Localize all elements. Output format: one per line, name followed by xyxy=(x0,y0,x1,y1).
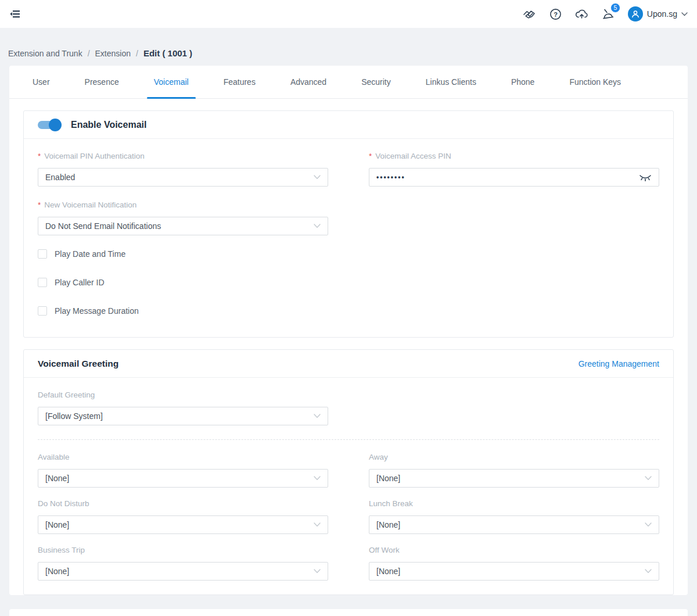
tab-user[interactable]: User xyxy=(33,66,50,98)
required-marker: * xyxy=(369,152,372,160)
play-caller-id-checkbox[interactable] xyxy=(38,278,47,287)
cloud-upload-icon[interactable] xyxy=(575,8,588,20)
away-select[interactable]: [None] xyxy=(369,469,659,488)
play-date-time-row: Play Date and Time xyxy=(38,249,328,259)
chevron-down-icon xyxy=(314,476,321,481)
chevron-down-icon xyxy=(314,414,321,418)
tab-features[interactable]: Features xyxy=(224,66,256,98)
business-trip-greeting-field: Business Trip [None] xyxy=(38,546,328,581)
off-work-greeting-field: Off Work [None] xyxy=(369,546,659,581)
greeting-panel-title: Voicemail Greeting xyxy=(38,359,118,369)
breadcrumb-extension-and-trunk[interactable]: Extension and Trunk xyxy=(8,49,82,58)
play-message-duration-label: Play Message Duration xyxy=(55,306,139,316)
notification-value: Do Not Send Email Notifications xyxy=(45,221,161,231)
enable-voicemail-toggle[interactable] xyxy=(38,121,60,129)
chevron-down-icon xyxy=(314,175,321,180)
edit-extension-card: User Presence Voicemail Features Advance… xyxy=(9,66,688,595)
available-select[interactable]: [None] xyxy=(38,469,328,488)
pin-auth-field: *Voicemail PIN Authentication Enabled xyxy=(38,152,328,187)
off-work-label: Off Work xyxy=(369,546,659,554)
notification-field: *New Voicemail Notification Do Not Send … xyxy=(38,200,328,235)
voicemail-panel-body: *Voicemail PIN Authentication Enabled *N… xyxy=(24,139,673,337)
help-icon[interactable]: ? xyxy=(549,8,562,20)
play-message-duration-row: Play Message Duration xyxy=(38,306,328,316)
lunch-break-label: Lunch Break xyxy=(369,499,659,508)
off-work-select[interactable]: [None] xyxy=(369,562,659,581)
required-marker: * xyxy=(38,200,41,209)
access-pin-input[interactable]: •••••••• xyxy=(369,168,659,187)
default-greeting-label: Default Greeting xyxy=(38,391,328,399)
page-title: Edit ( 1001 ) xyxy=(143,48,192,58)
enable-voicemail-label: Enable Voicemail xyxy=(71,120,146,130)
greeting-management-link[interactable]: Greeting Management xyxy=(579,359,659,368)
chevron-down-icon xyxy=(314,224,321,228)
breadcrumb-extension[interactable]: Extension xyxy=(95,49,131,58)
notification-badge: 5 xyxy=(610,3,620,13)
business-trip-value: [None] xyxy=(45,567,69,576)
play-date-time-label: Play Date and Time xyxy=(55,249,125,259)
chevron-down-icon xyxy=(681,12,688,16)
handshake-icon[interactable] xyxy=(522,8,536,20)
chevron-down-icon xyxy=(645,522,652,527)
available-label: Available xyxy=(38,453,328,461)
top-navbar: ? 5 Upon.sg xyxy=(0,0,697,28)
voicemail-settings-panel: Enable Voicemail *Voicemail PIN Authenti… xyxy=(23,110,674,338)
tab-advanced[interactable]: Advanced xyxy=(290,66,326,98)
pin-auth-select[interactable]: Enabled xyxy=(38,168,328,187)
do-not-disturb-label: Do Not Disturb xyxy=(38,499,328,508)
voicemail-right-column: *Voicemail Access PIN •••••••• xyxy=(369,152,659,335)
play-caller-id-label: Play Caller ID xyxy=(55,278,105,287)
play-date-time-checkbox[interactable] xyxy=(38,249,47,259)
tab-voicemail[interactable]: Voicemail xyxy=(154,66,189,98)
dashed-divider xyxy=(38,439,659,440)
default-greeting-value: [Follow System] xyxy=(45,411,103,421)
tab-linkus-clients[interactable]: Linkus Clients xyxy=(426,66,476,98)
default-greeting-select[interactable]: [Follow System] xyxy=(38,407,328,425)
footer-action-bar: Save Cancel xyxy=(9,609,688,616)
tab-function-keys[interactable]: Function Keys xyxy=(569,66,621,98)
away-label: Away xyxy=(369,453,659,461)
tab-security[interactable]: Security xyxy=(361,66,391,98)
available-greeting-field: Available [None] xyxy=(38,453,328,488)
play-caller-id-row: Play Caller ID xyxy=(38,278,328,287)
notification-select[interactable]: Do Not Send Email Notifications xyxy=(38,217,328,235)
chevron-down-icon xyxy=(314,569,321,574)
greeting-panel-header: Voicemail Greeting Greeting Management xyxy=(24,350,673,378)
lunch-break-select[interactable]: [None] xyxy=(369,515,659,534)
masked-pin-value: •••••••• xyxy=(376,173,405,181)
alert-bell-icon[interactable]: 5 xyxy=(602,8,615,20)
do-not-disturb-greeting-field: Do Not Disturb [None] xyxy=(38,499,328,534)
lunch-break-value: [None] xyxy=(376,520,400,529)
username-label: Upon.sg xyxy=(647,9,677,19)
do-not-disturb-value: [None] xyxy=(45,520,69,529)
lunch-break-greeting-field: Lunch Break [None] xyxy=(369,499,659,534)
business-trip-select[interactable]: [None] xyxy=(38,562,328,581)
access-pin-label: *Voicemail Access PIN xyxy=(369,152,659,160)
user-avatar xyxy=(628,6,643,22)
tab-phone[interactable]: Phone xyxy=(511,66,534,98)
menu-fold-icon[interactable] xyxy=(9,8,21,20)
play-message-duration-checkbox[interactable] xyxy=(38,306,47,316)
user-menu[interactable]: Upon.sg xyxy=(628,6,688,22)
chevron-down-icon xyxy=(645,569,652,574)
voicemail-panel-header: Enable Voicemail xyxy=(24,111,673,139)
default-greeting-field: Default Greeting [Follow System] xyxy=(38,391,328,425)
toggle-knob xyxy=(49,119,62,131)
breadcrumb-separator: / xyxy=(88,49,90,58)
do-not-disturb-select[interactable]: [None] xyxy=(38,515,328,534)
away-greeting-field: Away [None] xyxy=(369,453,659,488)
breadcrumb: Extension and Trunk / Extension / Edit (… xyxy=(0,28,697,66)
greeting-panel-body: Default Greeting [Follow System] Availab… xyxy=(24,378,673,594)
pin-auth-label: *Voicemail PIN Authentication xyxy=(38,152,328,160)
required-marker: * xyxy=(38,152,41,160)
off-work-value: [None] xyxy=(376,567,400,576)
voicemail-left-column: *Voicemail PIN Authentication Enabled *N… xyxy=(38,152,328,335)
eye-closed-icon[interactable] xyxy=(639,174,652,181)
business-trip-label: Business Trip xyxy=(38,546,328,554)
navbar-right-group: ? 5 Upon.sg xyxy=(522,6,688,22)
tab-bar: User Presence Voicemail Features Advance… xyxy=(9,66,688,99)
svg-text:?: ? xyxy=(554,10,558,17)
notification-label: *New Voicemail Notification xyxy=(38,200,328,209)
tab-presence[interactable]: Presence xyxy=(85,66,119,98)
chevron-down-icon xyxy=(645,476,652,481)
